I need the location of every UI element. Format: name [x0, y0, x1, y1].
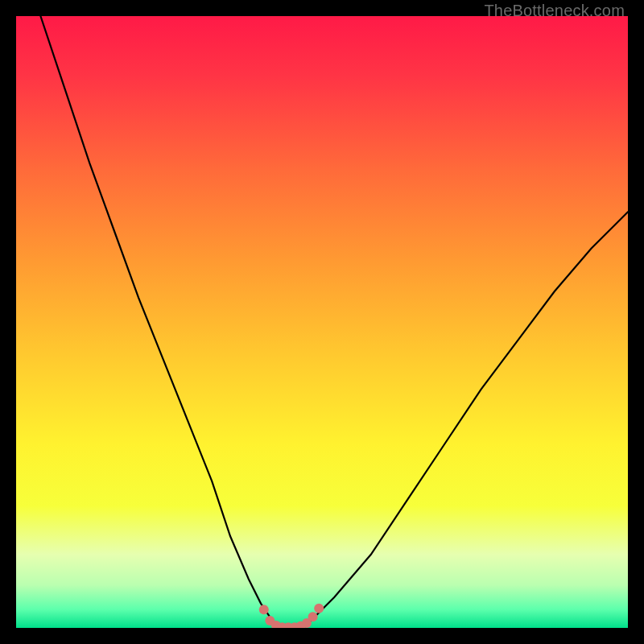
- bottleneck-chart: [16, 16, 628, 628]
- watermark-text: TheBottleneck.com: [484, 2, 625, 20]
- marker-dot: [259, 605, 269, 614]
- marker-dot: [314, 604, 324, 613]
- gradient-background: [16, 16, 628, 628]
- chart-frame: [16, 16, 628, 628]
- marker-dot: [308, 612, 318, 621]
